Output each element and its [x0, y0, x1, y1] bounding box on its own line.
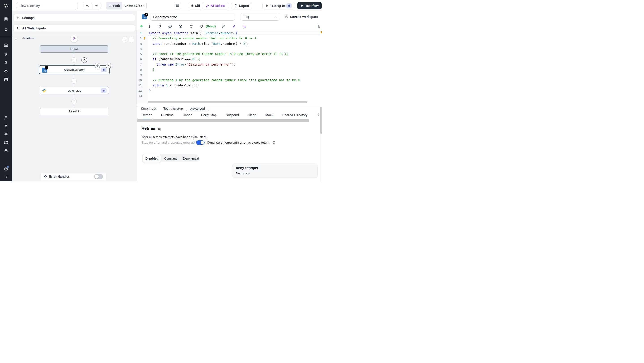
diff-button[interactable]: ± Diff	[188, 2, 203, 10]
panel-vertical-scrollbar[interactable]	[320, 106, 322, 182]
tag-select[interactable]: Tag	[241, 13, 280, 21]
subtabs-scrollbar[interactable]	[137, 119, 309, 122]
path-value[interactable]: u/henri/err	[122, 2, 146, 9]
subtab-sleep[interactable]: Sleep	[247, 111, 257, 119]
move-step-button[interactable]	[94, 63, 100, 69]
dollar-var-icon[interactable]	[148, 25, 152, 28]
static-inputs-label: All Static Inputs	[22, 27, 46, 30]
tab-advanced[interactable]: Advanced	[186, 106, 209, 111]
folders-icon[interactable]	[4, 140, 8, 145]
ai-builder-button[interactable]: AI Builder	[202, 2, 228, 10]
test-up-to-step-badge[interactable]: d	[286, 3, 292, 8]
lightbulb-icon[interactable]	[143, 37, 146, 40]
line-number: 2	[137, 36, 142, 41]
subtab-runtime[interactable]: Runtime	[161, 111, 174, 119]
zoom-out-button[interactable]: −	[129, 37, 134, 42]
error-handler-toggle[interactable]	[94, 174, 103, 179]
ai-builder-label: AI Builder	[211, 4, 226, 8]
step2-id-badge: e	[101, 88, 107, 93]
editor-horizontal-scrollbar[interactable]	[148, 101, 308, 103]
flow-node-other-step[interactable]: Other step e	[40, 87, 109, 94]
path-button[interactable]: Path u/henri/err	[106, 2, 147, 10]
redo-button[interactable]	[92, 2, 101, 10]
retry-mode-disabled[interactable]: Disabled	[143, 154, 160, 163]
subtab-shared-directory[interactable]: Shared Directory	[282, 111, 308, 119]
line-number: 3	[137, 41, 142, 46]
user-icon[interactable]	[4, 115, 8, 120]
zoom-in-glyph: +	[124, 38, 126, 42]
flow-node-result[interactable]: Result	[40, 108, 108, 115]
trigger-zap-button[interactable]	[82, 57, 87, 63]
flow-graph-panel: Settings All Static Inputs dataflow + − …	[12, 11, 137, 182]
tab-step-input[interactable]: Step Input	[137, 106, 160, 111]
home-icon[interactable]	[4, 43, 8, 47]
code-content[interactable]: export async function main(): Promise<nu…	[149, 31, 320, 99]
zoom-in-button[interactable]: +	[122, 37, 128, 42]
help-icon[interactable]	[4, 167, 8, 171]
scrollbar-thumb[interactable]	[320, 107, 322, 134]
flow-summary-input[interactable]	[16, 2, 78, 10]
windmill-logo-icon[interactable]	[3, 3, 9, 8]
runs-play-icon[interactable]	[4, 52, 8, 56]
topbar: Path u/henri/err ± Diff AI Builder Expor…	[12, 0, 322, 11]
schedules-calendar-icon[interactable]	[4, 78, 8, 82]
info-icon[interactable]	[272, 141, 276, 144]
chevron-down-icon	[274, 15, 277, 19]
save-to-workspace-button[interactable]: Save to workspace	[285, 14, 318, 20]
export-button[interactable]: Export	[231, 2, 252, 10]
resources-cubes-icon[interactable]	[4, 69, 8, 73]
code-editor[interactable]: 12345678910111213 export async function …	[137, 30, 322, 103]
delete-step-button[interactable]: ✕	[106, 63, 111, 69]
left-sidebar	[0, 0, 12, 182]
all-static-inputs-row[interactable]: All Static Inputs	[14, 25, 135, 32]
library-icon[interactable]	[316, 25, 320, 28]
docs-button[interactable]	[174, 2, 181, 10]
deno-runtime-label[interactable]: (Deno)	[206, 25, 216, 28]
package-alt-icon[interactable]	[179, 25, 182, 28]
line-number: 6	[137, 57, 142, 62]
variables-dollar-icon[interactable]	[4, 60, 8, 65]
favorites-star-icon[interactable]	[4, 27, 8, 32]
dollar-resource-icon[interactable]	[158, 25, 162, 28]
undo-button[interactable]	[83, 2, 92, 10]
stop-on-error-label[interactable]: Stop on error and propagate error up	[142, 141, 194, 144]
retry-mode-exponential[interactable]: Exponential	[180, 154, 201, 162]
continue-on-error-toggle[interactable]	[196, 140, 204, 145]
expand-sidebar-arrow-icon[interactable]	[4, 175, 8, 179]
ai-flow-wand-button[interactable]	[70, 35, 78, 42]
workers-robot-icon[interactable]	[4, 132, 8, 136]
package-icon[interactable]	[168, 25, 172, 28]
test-up-to-button[interactable]: Test up to d	[262, 2, 294, 10]
workspace-icon[interactable]	[4, 17, 8, 22]
flow-node-input[interactable]: Input	[40, 46, 108, 53]
reload-alt-icon[interactable]	[200, 25, 203, 28]
feather-format-icon[interactable]	[222, 25, 226, 28]
info-icon[interactable]	[158, 127, 161, 131]
subtab-retries[interactable]: Retries	[141, 111, 153, 119]
result-node-label: Result	[69, 110, 80, 113]
sparkles-ai-icon[interactable]	[242, 25, 246, 28]
subtab-suspend[interactable]: Suspend	[225, 111, 239, 119]
test-flow-button[interactable]: Test flow	[298, 2, 322, 10]
retry-mode-constant[interactable]: Constant	[162, 154, 179, 162]
plus-minus-icon: ±	[192, 4, 194, 8]
add-step-button-1[interactable]: +	[71, 57, 77, 63]
subtab-mock[interactable]: Mock	[265, 111, 274, 119]
subtab-cache[interactable]: Cache	[182, 111, 192, 119]
reload-icon[interactable]	[189, 25, 193, 28]
code-line	[149, 93, 320, 99]
settings-gear-icon[interactable]	[4, 124, 8, 128]
wand-ai-icon[interactable]	[232, 25, 236, 28]
add-step-button-3[interactable]: +	[71, 99, 77, 104]
flow-settings-row[interactable]: Settings	[14, 14, 135, 22]
input-node-label: Input	[70, 48, 78, 51]
continue-on-error-label[interactable]: Continue on error with error as step's r…	[207, 141, 270, 144]
error-handler-row[interactable]: Error Handler	[40, 173, 106, 180]
subtab-early-stop[interactable]: Early Stop	[201, 111, 217, 119]
add-step-button-2[interactable]: +	[71, 78, 77, 84]
bug-icon	[44, 175, 47, 178]
step-name-input[interactable]	[150, 13, 235, 21]
path-segment[interactable]: Path	[106, 2, 122, 9]
tab-test-this-step[interactable]: Test this step	[160, 106, 186, 111]
audit-eye-icon[interactable]	[4, 148, 8, 153]
